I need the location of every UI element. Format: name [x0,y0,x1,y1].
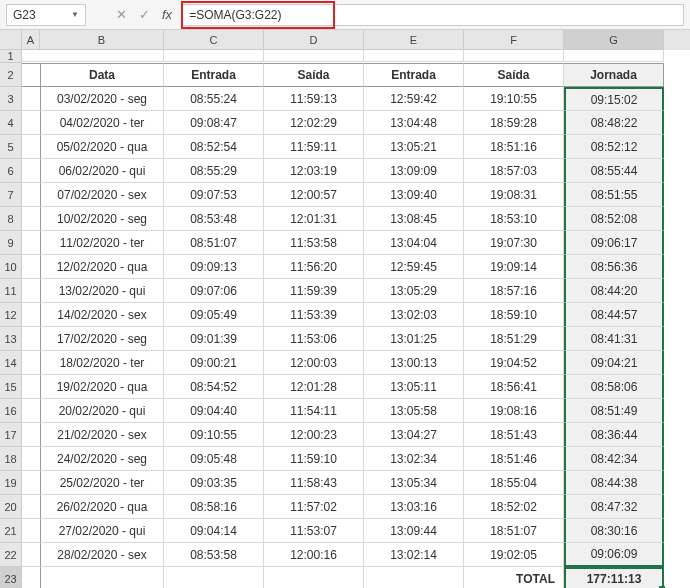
row-header[interactable]: 1 [0,50,22,63]
cell-jornada[interactable]: 08:44:38 [564,471,664,495]
cell-saida2[interactable]: 19:07:30 [464,231,564,255]
cell-entrada1[interactable]: 09:07:06 [164,279,264,303]
chevron-down-icon[interactable]: ▼ [71,10,79,19]
cell-data[interactable]: 14/02/2020 - sex [40,303,164,327]
cell-data[interactable]: 07/02/2020 - sex [40,183,164,207]
cell[interactable] [264,567,364,588]
total-label[interactable]: TOTAL [464,567,564,588]
cell-jornada[interactable]: 08:52:12 [564,135,664,159]
cell-saida2[interactable]: 18:52:02 [464,495,564,519]
col-header-b[interactable]: B [40,30,164,50]
cell-entrada2[interactable]: 13:00:13 [364,351,464,375]
cell-entrada2[interactable]: 13:04:48 [364,111,464,135]
cell-saida1[interactable]: 12:00:03 [264,351,364,375]
cell[interactable] [22,207,40,231]
cell-saida2[interactable]: 18:51:29 [464,327,564,351]
row-header[interactable]: 13 [0,327,22,351]
cell[interactable] [22,495,40,519]
cell-saida1[interactable]: 12:00:57 [264,183,364,207]
cell-entrada2[interactable]: 13:09:09 [364,159,464,183]
cell-entrada1[interactable]: 08:55:24 [164,87,264,111]
cell[interactable] [40,50,164,62]
col-header-c[interactable]: C [164,30,264,50]
cell-entrada2[interactable]: 12:59:42 [364,87,464,111]
cell-entrada2[interactable]: 13:01:25 [364,327,464,351]
cell-saida1[interactable]: 12:00:16 [264,543,364,567]
cell[interactable] [22,567,40,588]
cell-jornada[interactable]: 09:04:21 [564,351,664,375]
cell-jornada[interactable]: 08:48:22 [564,111,664,135]
cell-entrada1[interactable]: 08:54:52 [164,375,264,399]
cell-saida1[interactable]: 11:53:07 [264,519,364,543]
row-header[interactable]: 7 [0,183,22,207]
cell-entrada2[interactable]: 13:03:16 [364,495,464,519]
cell[interactable] [22,279,40,303]
row-header[interactable]: 8 [0,207,22,231]
total-value-cell[interactable]: 177:11:13 [564,567,664,588]
cell[interactable] [22,135,40,159]
row-header[interactable]: 9 [0,231,22,255]
header-saida1[interactable]: Saída [264,63,364,87]
row-header[interactable]: 17 [0,423,22,447]
cell[interactable] [22,447,40,471]
header-saida2[interactable]: Saída [464,63,564,87]
cell-entrada1[interactable]: 09:01:39 [164,327,264,351]
cell-saida1[interactable]: 11:56:20 [264,255,364,279]
cell-saida2[interactable]: 18:51:43 [464,423,564,447]
cell-entrada2[interactable]: 13:02:34 [364,447,464,471]
cell-entrada2[interactable]: 13:02:14 [364,543,464,567]
cell-jornada[interactable]: 08:55:44 [564,159,664,183]
col-header-d[interactable]: D [264,30,364,50]
col-header-g[interactable]: G [564,30,664,50]
cell-data[interactable]: 04/02/2020 - ter [40,111,164,135]
cell-entrada2[interactable]: 13:09:40 [364,183,464,207]
cell-saida1[interactable]: 12:00:23 [264,423,364,447]
cell-entrada2[interactable]: 13:05:11 [364,375,464,399]
cell-data[interactable]: 13/02/2020 - qui [40,279,164,303]
cell-data[interactable]: 26/02/2020 - qua [40,495,164,519]
cell-data[interactable]: 06/02/2020 - qui [40,159,164,183]
cell-saida2[interactable]: 18:56:41 [464,375,564,399]
cell-saida2[interactable]: 18:59:28 [464,111,564,135]
cell-jornada[interactable]: 08:56:36 [564,255,664,279]
col-header-e[interactable]: E [364,30,464,50]
cell-jornada[interactable]: 08:51:49 [564,399,664,423]
cell-entrada1[interactable]: 09:04:40 [164,399,264,423]
row-header[interactable]: 11 [0,279,22,303]
cell-saida1[interactable]: 11:53:39 [264,303,364,327]
cell[interactable] [364,567,464,588]
cell-jornada[interactable]: 08:30:16 [564,519,664,543]
cell-saida2[interactable]: 18:51:07 [464,519,564,543]
cell-entrada2[interactable]: 13:05:21 [364,135,464,159]
cell-jornada[interactable]: 08:51:55 [564,183,664,207]
cell[interactable] [22,63,40,87]
cell-entrada2[interactable]: 13:02:03 [364,303,464,327]
row-header[interactable]: 14 [0,351,22,375]
cell-entrada1[interactable]: 08:58:16 [164,495,264,519]
cell-saida2[interactable]: 19:10:55 [464,87,564,111]
cell-saida2[interactable]: 19:02:05 [464,543,564,567]
cell-saida2[interactable]: 19:08:31 [464,183,564,207]
header-jornada[interactable]: Jornada [564,63,664,87]
cell-entrada1[interactable]: 09:07:53 [164,183,264,207]
cell-data[interactable]: 17/02/2020 - seg [40,327,164,351]
cell-saida1[interactable]: 11:57:02 [264,495,364,519]
cell-entrada1[interactable]: 09:05:49 [164,303,264,327]
cell-jornada[interactable]: 08:52:08 [564,207,664,231]
cell-saida1[interactable]: 11:59:11 [264,135,364,159]
cell-jornada[interactable]: 09:06:17 [564,231,664,255]
row-header[interactable]: 12 [0,303,22,327]
cell[interactable] [22,519,40,543]
cell[interactable] [22,159,40,183]
cell-entrada1[interactable]: 08:51:07 [164,231,264,255]
cell[interactable] [22,231,40,255]
row-header[interactable]: 4 [0,111,22,135]
select-all-corner[interactable] [0,30,22,50]
cell-saida1[interactable]: 12:01:31 [264,207,364,231]
cell-entrada1[interactable]: 08:52:54 [164,135,264,159]
cell-saida2[interactable]: 19:04:52 [464,351,564,375]
check-icon[interactable]: ✓ [139,7,150,22]
cell-entrada2[interactable]: 13:09:44 [364,519,464,543]
row-header[interactable]: 2 [0,63,22,87]
cell[interactable] [22,375,40,399]
